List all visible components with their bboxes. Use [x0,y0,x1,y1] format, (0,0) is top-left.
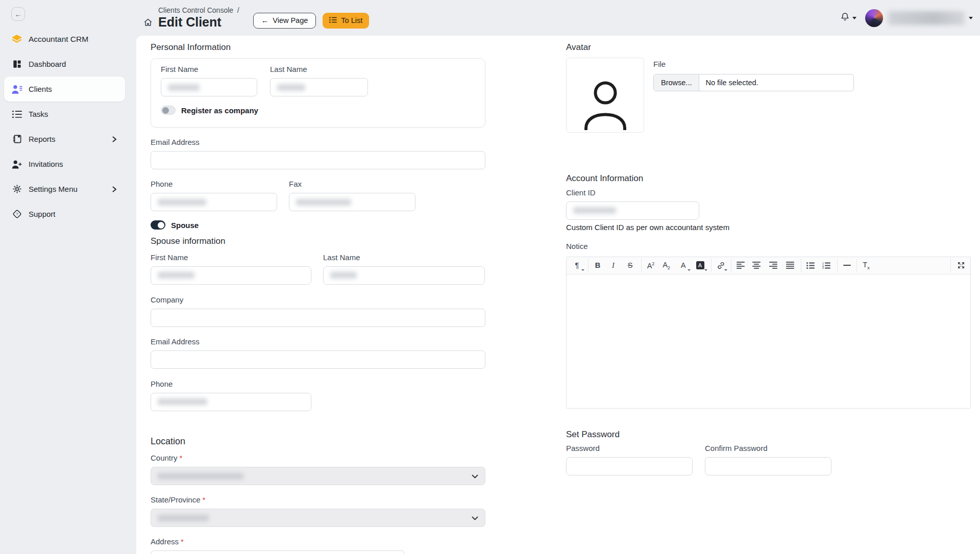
to-list-button[interactable]: To List [323,13,369,29]
subscript-button[interactable]: A2 [658,259,675,272]
spouse-email-label: Email Address [151,337,485,346]
view-page-button[interactable]: ← View Page [253,13,316,29]
home-icon[interactable] [143,18,153,27]
content-panel: Personal Information First Name Last Nam… [136,36,980,554]
fullscreen-button[interactable] [950,259,968,272]
file-label: File [653,60,854,68]
spouse-company-label: Company [151,295,485,304]
header-actions: ← View Page To List [253,13,369,29]
sidebar-item-invitations[interactable]: Invitations [4,152,125,177]
topbar-right [840,9,973,27]
email-input[interactable] [151,151,485,169]
paragraph-format-button[interactable]: ¶ [569,259,585,272]
sidebar-item-clients[interactable]: Clients [4,77,125,102]
address-label: Address* [151,537,485,546]
fax-input[interactable] [289,193,415,211]
horizontal-rule-button[interactable] [837,259,854,272]
sidebar-item-label: Reports [29,135,56,143]
main-area: Clients Control Console / Edit Client ← … [129,0,980,554]
ordered-list-button[interactable]: 123 [818,259,835,272]
avatar-file-input[interactable]: Browse... No file selected. [653,74,854,91]
align-right-button[interactable] [765,259,781,272]
spouse-last-name-input[interactable] [323,266,485,285]
sidebar-collapse-button[interactable]: ← [11,7,25,21]
spouse-phone-input[interactable] [151,393,311,411]
password-input[interactable] [566,457,693,475]
redacted-value [158,473,243,480]
spouse-toggle[interactable] [151,220,165,230]
phone-label: Phone [151,180,277,188]
required-asterisk: * [180,454,183,462]
country-select[interactable] [151,467,485,485]
chevron-down-icon [969,17,973,19]
left-arrow-icon: ← [15,10,22,18]
browse-button[interactable]: Browse... [654,74,699,91]
redacted-value [573,207,616,214]
redacted-value [277,84,305,91]
last-name-input[interactable] [270,78,368,96]
spouse-first-name-label: First Name [151,253,311,262]
breadcrumb[interactable]: Clients Control Console / [158,6,239,14]
left-form-column: Personal Information First Name Last Nam… [151,42,485,554]
app-root: ← Accountant CRM Dashboard Clients [0,0,980,554]
notifications-button[interactable] [840,12,856,24]
sidebar-item-support[interactable]: ? Support [4,202,125,226]
location-heading: Location [151,436,485,447]
phone-input[interactable] [151,193,277,211]
breadcrumb-separator: / [237,6,239,14]
italic-button[interactable]: I [605,259,622,272]
unordered-list-button[interactable] [801,259,818,272]
text-color-button[interactable]: A [675,259,692,272]
state-select[interactable] [151,509,485,527]
chevron-right-icon [112,136,117,142]
state-label: State/Province* [151,495,485,504]
redacted-value [158,272,194,279]
client-id-input[interactable] [566,202,699,220]
sidebar-item-label: Tasks [29,110,48,118]
gear-icon [11,184,22,194]
spouse-first-name-input[interactable] [151,266,311,285]
chevron-down-icon [472,474,478,479]
remove-format-button[interactable]: Tx [856,259,873,272]
sidebar-item-settings-menu[interactable]: Settings Menu [4,177,125,202]
user-avatar[interactable] [865,9,883,27]
strikethrough-button[interactable]: S [622,259,639,272]
background-color-button[interactable]: A [692,259,708,272]
notice-label: Notice [566,242,971,250]
svg-text:?: ? [16,212,18,216]
tasks-list-icon [11,110,22,118]
confirm-password-input[interactable] [705,457,831,475]
sidebar-item-dashboard[interactable]: Dashboard [4,52,125,77]
align-center-button[interactable] [748,259,765,272]
brand[interactable]: Accountant CRM [11,34,129,44]
redacted-value [296,199,351,206]
page-title: Edit Client [158,15,239,30]
align-left-button[interactable] [731,259,748,272]
client-id-label: Client ID [566,188,971,197]
help-icon: ? [11,209,22,219]
spouse-email-input[interactable] [151,350,485,369]
insert-link-button[interactable] [711,259,728,272]
required-asterisk: * [181,537,184,546]
sidebar-item-reports[interactable]: Reports [4,127,125,152]
spouse-toggle-label: Spouse [171,221,199,230]
first-name-input[interactable] [161,78,257,96]
superscript-button[interactable]: A2 [641,259,658,272]
last-name-label: Last Name [270,65,368,73]
register-as-company-toggle[interactable] [161,106,176,115]
to-list-label: To List [341,16,362,24]
sidebar: ← Accountant CRM Dashboard Clients [0,0,129,554]
bold-button[interactable]: B [588,259,605,272]
spouse-company-input[interactable] [151,309,485,327]
justify-button[interactable] [781,259,798,272]
password-label: Password [566,444,693,452]
confirm-password-label: Confirm Password [705,444,831,452]
sidebar-item-tasks[interactable]: Tasks [4,102,125,127]
user-name-redacted [888,11,965,25]
redacted-value [158,199,206,206]
breadcrumb-link[interactable]: Clients Control Console [158,6,233,14]
address-textarea[interactable]: 541 Forest Street, Floor 1 [151,550,405,554]
chevron-right-icon [112,186,117,192]
notice-editor-body[interactable] [567,274,970,408]
spouse-last-name-label: Last Name [323,253,485,262]
